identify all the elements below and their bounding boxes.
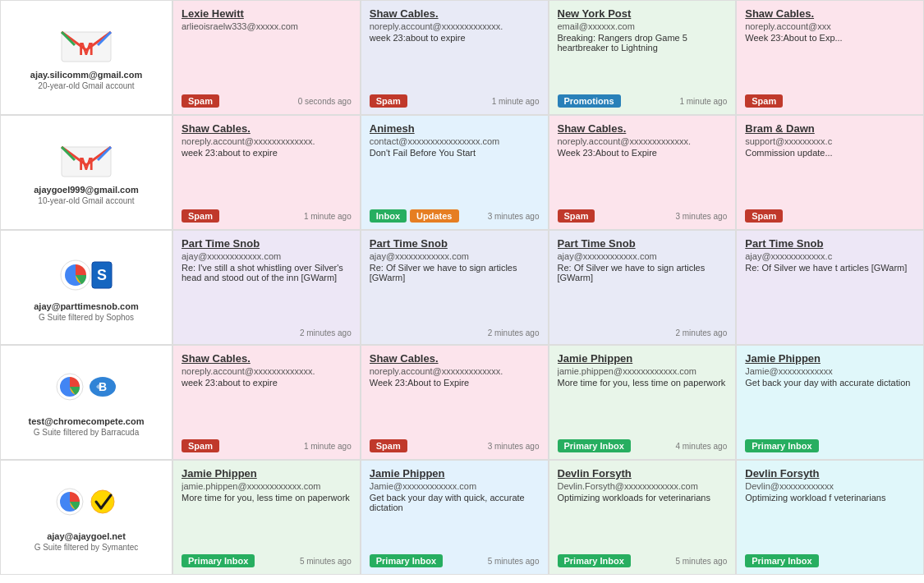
- sender-2-2: Animesh: [370, 122, 540, 135]
- email-cell-2-2[interactable]: Animesh contact@xxxxxxxxxxxxxxxx.com Don…: [361, 115, 549, 230]
- email-addr-4-4: Jamie@xxxxxxxxxxxx: [745, 366, 915, 376]
- svg-point-15: [91, 490, 114, 513]
- time-3-2: 2 minutes ago: [488, 328, 540, 337]
- email-addr-4-2: noreply.account@xxxxxxxxxxxxx.: [370, 366, 540, 376]
- email-addr-1-3: email@xxxxxx.com: [558, 21, 728, 31]
- email-addr-4-3: jamie.phippen@xxxxxxxxxxxx.com: [558, 366, 728, 376]
- subject-5-2: Get back your day with quick, accurate d…: [370, 493, 540, 512]
- email-cell-3-1[interactable]: Part Time Snob ajay@xxxxxxxxxxxx.com Re:…: [172, 230, 361, 345]
- gsuite-barracuda-logo: B: [53, 369, 119, 411]
- account-desc-2: 10-year-old Gmail account: [38, 196, 134, 205]
- sender-4-3: Jamie Phippen: [558, 352, 728, 365]
- email-cell-4-4[interactable]: Jamie Phippen Jamie@xxxxxxxxxxxx Get bac…: [736, 345, 924, 460]
- badge-1-1: Spam: [182, 94, 219, 108]
- account-desc-5: G Suite filtered by Symantec: [34, 543, 139, 552]
- subject-1-2: week 23:about to expire: [370, 33, 540, 43]
- time-3-1: 2 minutes ago: [300, 328, 352, 337]
- email-cell-5-3[interactable]: Devlin Forsyth Devlin.Forsyth@xxxxxxxxxx…: [549, 460, 737, 575]
- subject-4-3: More time for you, less time on paperwor…: [558, 378, 728, 388]
- account-email-5: ajay@ajaygoel.net: [47, 531, 126, 541]
- email-addr-2-4: support@xxxxxxxxx.c: [745, 136, 915, 146]
- sender-2-3: Shaw Cables.: [558, 122, 728, 135]
- account-email-1: ajay.silicomm@gmail.com: [30, 70, 142, 80]
- email-cell-3-2[interactable]: Part Time Snob ajay@xxxxxxxxxxxx.com Re:…: [361, 230, 549, 345]
- badge-4-1: Spam: [182, 439, 219, 452]
- svg-text:B: B: [99, 380, 107, 393]
- badge-5-3: Primary Inbox: [558, 554, 631, 567]
- svg-text:M: M: [79, 154, 94, 174]
- subject-5-1: More time for you, less time on paperwor…: [182, 493, 352, 503]
- account-email-2: ajaygoel999@gmail.com: [34, 185, 139, 195]
- sender-4-4: Jamie Phippen: [745, 352, 915, 365]
- email-cell-2-3[interactable]: Shaw Cables. noreply.account@xxxxxxxxxxx…: [549, 115, 737, 230]
- gsuite-symantec-logo: [53, 484, 119, 526]
- email-cell-5-1[interactable]: Jamie Phippen jamie.phippen@xxxxxxxxxxxx…: [172, 460, 361, 575]
- email-addr-2-2: contact@xxxxxxxxxxxxxxxx.com: [370, 136, 540, 146]
- subject-2-1: week 23:about to expire: [182, 148, 352, 158]
- email-addr-1-4: noreply.account@xxx: [745, 21, 915, 31]
- email-cell-1-1[interactable]: Lexie Hewitt arlieoisraelw333@xxxxx.com …: [172, 0, 361, 115]
- time-4-2: 3 minutes ago: [488, 442, 540, 451]
- subject-1-3: Breaking: Rangers drop Game 5 heartbreak…: [558, 33, 728, 53]
- subject-3-4: Re: Of Silver we have t articles [GWarm]: [745, 263, 915, 273]
- email-cell-2-1[interactable]: Shaw Cables. noreply.account@xxxxxxxxxxx…: [172, 115, 361, 230]
- sender-2-4: Bram & Dawn: [745, 122, 915, 135]
- sender-5-1: Jamie Phippen: [182, 467, 352, 480]
- badge-1-2: Spam: [370, 94, 407, 108]
- badge-2-1: Spam: [182, 209, 219, 223]
- badge-5-1: Primary Inbox: [182, 554, 255, 567]
- time-4-3: 4 minutes ago: [675, 442, 727, 451]
- email-cell-5-4[interactable]: Devlin Forsyth Devlin@xxxxxxxxxxxx Optim…: [736, 460, 924, 575]
- sender-4-2: Shaw Cables.: [370, 352, 540, 365]
- time-4-1: 1 minute ago: [304, 442, 352, 451]
- svg-text:M: M: [79, 39, 94, 59]
- email-cell-4-1[interactable]: Shaw Cables. noreply.account@xxxxxxxxxxx…: [172, 345, 361, 460]
- email-cell-2-4[interactable]: Bram & Dawn support@xxxxxxxxx.c Commissi…: [736, 115, 924, 230]
- gmail-logo-2: M: [60, 140, 113, 180]
- email-cell-3-4[interactable]: Part Time Snob ajay@xxxxxxxxxxxx.c Re: O…: [736, 230, 924, 345]
- time-2-1: 1 minute ago: [304, 212, 352, 221]
- sender-3-1: Part Time Snob: [182, 237, 352, 250]
- sender-3-3: Part Time Snob: [558, 237, 728, 250]
- sender-5-2: Jamie Phippen: [370, 467, 540, 480]
- time-5-2: 5 minutes ago: [488, 557, 540, 566]
- account-desc-3: G Suite filtered by Sophos: [39, 313, 134, 322]
- gsuite-sophos-logo: S: [57, 254, 115, 296]
- email-cell-1-4[interactable]: Shaw Cables. noreply.account@xxx Week 23…: [736, 0, 924, 115]
- email-addr-1-2: noreply.account@xxxxxxxxxxxxx.: [370, 21, 540, 31]
- sender-1-2: Shaw Cables.: [370, 7, 540, 20]
- badge-updates-2-2: Updates: [410, 209, 458, 223]
- email-addr-4-1: noreply.account@xxxxxxxxxxxxx.: [182, 366, 352, 376]
- email-grid: M ajay.silicomm@gmail.com 20-year-old Gm…: [0, 0, 924, 575]
- email-cell-4-2[interactable]: Shaw Cables. noreply.account@xxxxxxxxxxx…: [361, 345, 549, 460]
- email-addr-5-3: Devlin.Forsyth@xxxxxxxxxxxx.com: [558, 481, 728, 491]
- email-cell-1-3[interactable]: New York Post email@xxxxxx.com Breaking:…: [549, 0, 737, 115]
- sender-4-1: Shaw Cables.: [182, 352, 352, 365]
- sender-5-4: Devlin Forsyth: [745, 467, 915, 480]
- account-cell-5: ajay@ajaygoel.net G Suite filtered by Sy…: [0, 460, 172, 575]
- email-cell-4-3[interactable]: Jamie Phippen jamie.phippen@xxxxxxxxxxxx…: [549, 345, 737, 460]
- time-1-2: 1 minute ago: [492, 97, 540, 106]
- subject-2-2: Don't Fail Before You Start: [370, 148, 540, 158]
- badge-4-4: Primary Inbox: [745, 439, 818, 452]
- badge-1-4: Spam: [745, 94, 783, 108]
- email-cell-3-3[interactable]: Part Time Snob ajay@xxxxxxxxxxxx.com Re:…: [549, 230, 737, 345]
- time-1-1: 0 seconds ago: [298, 97, 352, 106]
- subject-3-3: Re: Of Silver we have to sign articles […: [558, 263, 728, 282]
- badge-2-4: Spam: [745, 209, 783, 223]
- badge-inbox-2-2: Inbox: [370, 209, 407, 223]
- email-addr-2-3: noreply.account@xxxxxxxxxxxxx.: [558, 136, 728, 146]
- subject-1-4: Week 23:About to Exp...: [745, 33, 915, 43]
- email-cell-1-2[interactable]: Shaw Cables. noreply.account@xxxxxxxxxxx…: [361, 0, 549, 115]
- time-5-1: 5 minutes ago: [300, 557, 352, 566]
- subject-4-4: Get back your day with accurate dictatio…: [745, 378, 915, 388]
- account-email-4: test@chromecompete.com: [29, 416, 145, 426]
- email-addr-5-2: Jamie@xxxxxxxxxxxx.com: [370, 481, 540, 491]
- sender-2-1: Shaw Cables.: [182, 122, 352, 135]
- email-cell-5-2[interactable]: Jamie Phippen Jamie@xxxxxxxxxxxx.com Get…: [361, 460, 549, 575]
- account-cell-4: B test@chromecompete.com G Suite filtere…: [0, 345, 172, 460]
- badge-5-4: Primary Inbox: [745, 554, 818, 567]
- email-addr-3-1: ajay@xxxxxxxxxxxx.com: [182, 251, 352, 261]
- account-email-3: ajay@parttimesnob.com: [34, 301, 138, 311]
- email-addr-2-1: noreply.account@xxxxxxxxxxxxx.: [182, 136, 352, 146]
